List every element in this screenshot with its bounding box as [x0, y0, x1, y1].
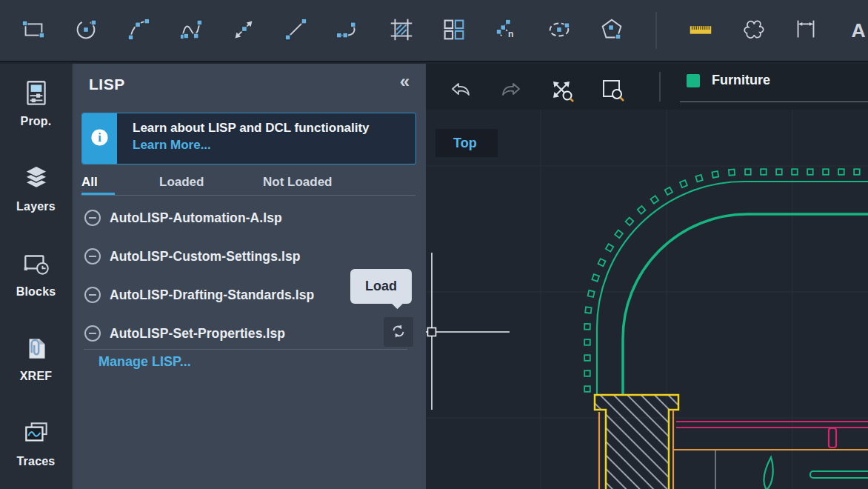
tab-loaded[interactable]: Loaded — [159, 175, 204, 190]
lisp-file-name[interactable]: AutoLISP-Set-Properties.lsp — [110, 326, 285, 342]
sidebar-item-label: Blocks — [16, 285, 56, 299]
ruler-icon — [687, 16, 715, 46]
banner-body: Learn about LISP and DCL functionality L… — [117, 113, 370, 164]
arc-icon — [124, 16, 153, 46]
unload-file-button[interactable] — [83, 208, 102, 227]
sidebar-item-layers[interactable]: Layers — [0, 163, 72, 234]
lisp-file-name[interactable]: AutoLISP-Drafting-Standards.lsp — [110, 287, 314, 303]
sidebar-item-blocks[interactable]: Blocks — [0, 248, 72, 319]
left-sidebar: Prop.LayersBlocksXREFTraces — [0, 64, 72, 489]
cad-app-window: { "toolbar": { "tools": [ {"id":"rectang… — [0, 0, 868, 489]
layer-color-swatch — [687, 74, 700, 87]
blocks-panel-icon — [21, 248, 52, 282]
undo-icon — [447, 94, 473, 105]
plant-leaf-shape — [764, 457, 772, 489]
revision-cloud-icon — [739, 16, 767, 46]
viewport-label-text: Top — [453, 136, 477, 151]
sidebar-item-label: XREF — [20, 370, 52, 383]
circle-tool-button[interactable] — [70, 9, 102, 52]
arc-tool-button[interactable] — [122, 9, 155, 52]
refresh-icon — [389, 322, 408, 343]
polygon-icon — [598, 16, 626, 46]
svg-text:A: A — [851, 19, 865, 41]
sidebar-item-prop[interactable]: Prop. — [0, 78, 72, 149]
ellipse-tool-button[interactable] — [543, 9, 575, 52]
magenta-counter-lines — [676, 422, 868, 448]
column-hatch-fill — [595, 395, 678, 489]
banner-text: Learn about LISP and DCL functionality — [133, 121, 370, 136]
layer-dropdown-underline — [680, 102, 868, 102]
crosshair-cursor — [426, 253, 510, 410]
polygon-tool-button[interactable] — [595, 9, 628, 52]
unload-file-button[interactable] — [83, 285, 102, 305]
traces-icon — [21, 418, 52, 451]
text-tool-button[interactable]: A — [842, 9, 868, 52]
drawing-viewport — [426, 64, 868, 489]
drawing-canvas[interactable]: Furniture Top — [426, 64, 868, 489]
blocks-icon — [440, 16, 468, 46]
undo-button[interactable] — [447, 76, 473, 103]
svg-text:i: i — [98, 130, 101, 144]
sidebar-item-label: Prop. — [21, 115, 52, 128]
rectangle-tool-button[interactable] — [17, 9, 50, 52]
unload-file-button[interactable] — [83, 247, 102, 266]
count-tool-button[interactable]: n — [490, 9, 523, 52]
lisp-panel: LISP « i Learn about LISP and DCL functi… — [72, 64, 426, 489]
tab-not-loaded[interactable]: Not Loaded — [263, 175, 333, 190]
scale-arrows-icon — [230, 16, 258, 46]
scale-tool-button[interactable] — [227, 9, 260, 52]
spline-icon — [177, 16, 205, 46]
sidebar-item-label: Layers — [16, 200, 56, 213]
redo-button[interactable] — [498, 76, 525, 103]
zoom-window-button[interactable] — [599, 76, 626, 103]
load-tooltip-text: Load — [365, 279, 397, 294]
svg-text:n: n — [508, 29, 514, 39]
reload-lisp-button[interactable] — [384, 317, 413, 347]
learn-more-link[interactable]: Learn More... — [133, 138, 211, 153]
canvas-toolbar: Furniture — [426, 64, 868, 110]
count-icon: n — [493, 16, 521, 46]
line-tool-button[interactable] — [280, 9, 313, 52]
collapse-panel-button[interactable]: « — [400, 73, 410, 90]
load-tooltip: Load — [350, 269, 412, 304]
sidebar-item-label: Traces — [17, 455, 56, 468]
layer-dropdown[interactable]: Furniture — [687, 73, 770, 88]
blocks-tool-button[interactable] — [438, 9, 470, 52]
ellipse-icon — [545, 16, 573, 46]
zoom-extents-icon — [548, 94, 575, 105]
dimension-tool-button[interactable] — [789, 9, 822, 52]
green-bar-shape — [810, 471, 868, 478]
line-icon — [282, 16, 310, 46]
circle-icon — [72, 16, 100, 46]
zoom-extents-button[interactable] — [548, 76, 575, 103]
list-divider — [84, 349, 407, 350]
tab-divider-line — [81, 195, 415, 196]
wall-inner-line — [623, 214, 868, 395]
polyline-tool-button[interactable] — [333, 9, 365, 52]
lisp-tabs: AllLoadedNot Loaded — [72, 175, 426, 196]
manage-lisp-link[interactable]: Manage LISP... — [99, 354, 191, 370]
panel-title: LISP — [89, 76, 125, 93]
layers-icon — [21, 163, 52, 196]
tab-all[interactable]: All — [81, 175, 98, 190]
dimension-icon — [792, 16, 820, 46]
sidebar-item-xref[interactable]: XREF — [0, 333, 72, 404]
lisp-file-name[interactable]: AutoLISP-Custom-Settings.lsp — [110, 249, 301, 265]
redo-icon — [498, 94, 525, 105]
rectangle-icon — [19, 16, 47, 46]
banner-stripe: i — [82, 113, 117, 164]
toolbar-separator — [655, 12, 657, 49]
lisp-file-name[interactable]: AutoLISP-Automation-A.lsp — [110, 210, 282, 226]
info-icon: i — [90, 127, 110, 150]
hatch-icon — [387, 16, 415, 46]
unload-file-button[interactable] — [83, 324, 102, 343]
revision-cloud-tool-button[interactable] — [737, 9, 769, 52]
viewport-label[interactable]: Top — [435, 129, 498, 157]
text-icon: A — [844, 16, 868, 46]
spline-tool-button[interactable] — [175, 9, 207, 52]
lisp-file-row: AutoLISP-Automation-A.lsp — [72, 199, 426, 237]
lisp-file-row: AutoLISP-Set-Properties.lsp — [72, 314, 426, 353]
ruler-tool-button[interactable] — [684, 9, 717, 52]
sidebar-item-traces[interactable]: Traces — [0, 418, 72, 489]
hatch-tool-button[interactable] — [385, 9, 418, 52]
